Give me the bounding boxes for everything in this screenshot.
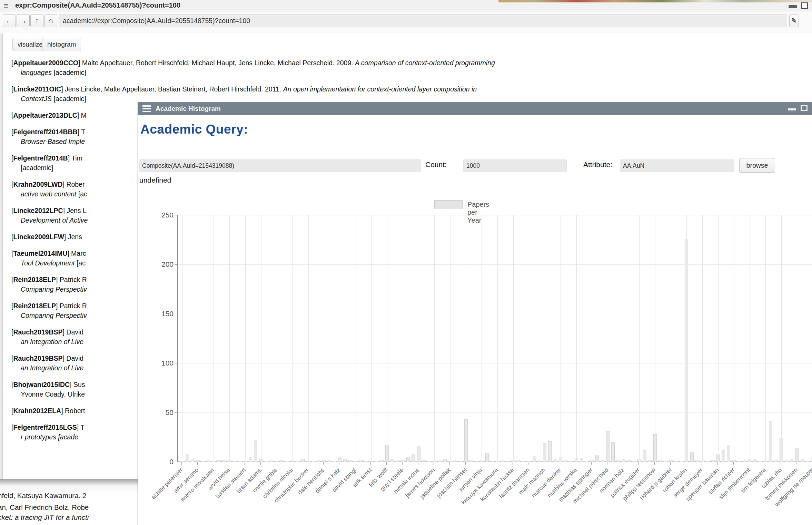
histogram-bar[interactable]: [180, 461, 184, 462]
query-input[interactable]: Composite(AA.AuId=2154319088): [139, 159, 421, 172]
histogram-bar[interactable]: [369, 461, 373, 462]
histogram-bar[interactable]: [748, 459, 751, 462]
maximize-icon[interactable]: [801, 2, 808, 9]
histogram-bar[interactable]: [286, 461, 289, 462]
histogram-bar[interactable]: [422, 460, 426, 462]
histogram-bar[interactable]: [427, 461, 431, 462]
histogram-bar[interactable]: [743, 460, 746, 462]
histogram-bar[interactable]: [722, 450, 725, 462]
histogram-bar[interactable]: [433, 461, 436, 462]
histogram-bar[interactable]: [475, 461, 478, 462]
histogram-bar[interactable]: [385, 445, 389, 462]
histogram-bar[interactable]: [585, 461, 588, 462]
attribute-input[interactable]: AA.AuN: [620, 159, 734, 172]
histogram-bar[interactable]: [658, 460, 662, 462]
histogram-bar[interactable]: [664, 461, 667, 462]
histogram-bar[interactable]: [343, 459, 347, 462]
histogram-bar[interactable]: [217, 460, 221, 462]
histogram-bar[interactable]: [564, 460, 567, 462]
histogram-bar[interactable]: [527, 461, 531, 462]
histogram-bar[interactable]: [795, 448, 799, 462]
histogram-bar[interactable]: [375, 461, 378, 462]
histogram-bar[interactable]: [338, 457, 341, 462]
minimize-icon[interactable]: [788, 108, 796, 110]
histogram-bar[interactable]: [491, 461, 494, 462]
histogram-bar[interactable]: [737, 461, 741, 462]
histogram-bar[interactable]: [390, 459, 394, 462]
histogram-bar[interactable]: [637, 459, 641, 462]
histogram-bar[interactable]: [233, 461, 236, 462]
histogram-bar[interactable]: [695, 460, 699, 462]
histogram-bar[interactable]: [254, 440, 257, 462]
histogram-bar[interactable]: [680, 461, 683, 462]
histogram-bar[interactable]: [732, 460, 736, 462]
histogram-bar[interactable]: [785, 460, 788, 462]
histogram-bar[interactable]: [616, 460, 620, 462]
histogram-bar[interactable]: [317, 460, 320, 462]
histogram-bar[interactable]: [506, 461, 509, 462]
histogram-bar[interactable]: [244, 461, 247, 462]
histogram-bar[interactable]: [270, 460, 273, 462]
histogram-bar[interactable]: [333, 461, 336, 462]
browse-button[interactable]: browse: [739, 158, 775, 173]
histogram-bar[interactable]: [806, 461, 809, 462]
histogram-bar[interactable]: [606, 431, 610, 462]
histogram-bar[interactable]: [459, 461, 462, 462]
histogram-bar[interactable]: [611, 442, 615, 462]
histogram-bar[interactable]: [501, 460, 504, 462]
menu-icon[interactable]: [142, 105, 151, 114]
histogram-bar[interactable]: [359, 460, 363, 462]
histogram-bar[interactable]: [711, 460, 715, 462]
histogram-bar[interactable]: [727, 445, 730, 462]
histogram-bar[interactable]: [480, 460, 483, 462]
histogram-bar[interactable]: [780, 438, 783, 462]
histogram-bar[interactable]: [196, 460, 200, 462]
histogram-bar[interactable]: [769, 421, 772, 462]
histogram-bar[interactable]: [601, 460, 604, 462]
histogram-bar[interactable]: [790, 459, 793, 462]
histogram-bar[interactable]: [774, 460, 778, 462]
histogram-bar[interactable]: [496, 461, 499, 462]
histogram-bar[interactable]: [627, 460, 631, 462]
histogram-bar[interactable]: [543, 443, 546, 462]
histogram-bar[interactable]: [280, 460, 284, 462]
histogram-bar[interactable]: [595, 455, 599, 462]
menu-icon[interactable]: ≡: [3, 2, 12, 10]
histogram-bar[interactable]: [301, 459, 305, 462]
histogram-bar[interactable]: [590, 460, 594, 462]
histogram-bar[interactable]: [485, 453, 489, 462]
histogram-bar[interactable]: [554, 459, 557, 462]
histogram-bar[interactable]: [412, 454, 415, 462]
histogram-bar[interactable]: [265, 461, 268, 462]
histogram-bar[interactable]: [753, 459, 756, 462]
histogram-bar[interactable]: [559, 457, 562, 462]
histogram-bar[interactable]: [201, 461, 205, 462]
citation-item[interactable]: [Appeltauer2009CCO] Malte Appeltauer, Ro…: [11, 58, 812, 77]
histogram-bar[interactable]: [348, 460, 352, 462]
histogram-titlebar[interactable]: Academic Histogram: [138, 102, 812, 115]
histogram-bar[interactable]: [249, 457, 252, 462]
histogram-bar[interactable]: [759, 461, 762, 462]
histogram-bar[interactable]: [674, 461, 678, 462]
histogram-bar[interactable]: [632, 461, 636, 462]
histogram-bar[interactable]: [406, 457, 410, 462]
histogram-bar[interactable]: [469, 460, 473, 462]
histogram-bar[interactable]: [238, 461, 242, 462]
vertical-scrollbar[interactable]: [0, 33, 3, 480]
histogram-bar[interactable]: [448, 461, 452, 462]
histogram-bar[interactable]: [354, 461, 357, 462]
histogram-bar[interactable]: [538, 460, 541, 462]
citation-item[interactable]: [Lincke2011OIC] Jens Lincke, Malte Appel…: [11, 84, 812, 104]
histogram-bar[interactable]: [228, 460, 231, 462]
histogram-bar[interactable]: [801, 459, 804, 462]
histogram-bar[interactable]: [296, 461, 299, 462]
histogram-button[interactable]: histogram: [42, 38, 81, 51]
histogram-bar[interactable]: [291, 460, 294, 462]
up-button[interactable]: ↑: [30, 14, 43, 27]
histogram-bar[interactable]: [706, 461, 709, 462]
back-button[interactable]: ←: [3, 14, 16, 27]
count-input[interactable]: 1000: [463, 159, 567, 172]
histogram-bar[interactable]: [364, 461, 368, 462]
histogram-bar[interactable]: [690, 452, 694, 462]
histogram-bar[interactable]: [259, 459, 263, 462]
